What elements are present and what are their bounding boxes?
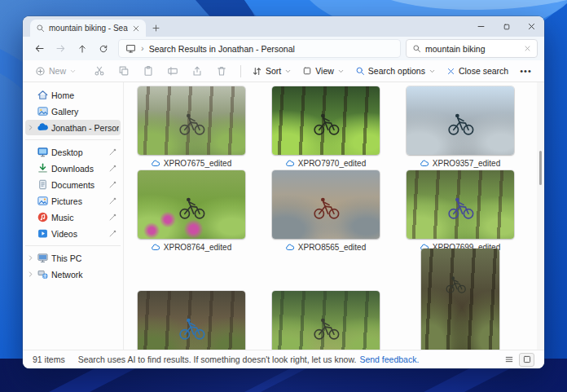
file-thumbnail — [138, 291, 245, 350]
command-toolbar: New Sort View Search options Close searc… — [23, 60, 544, 82]
scrollbar-track[interactable] — [537, 82, 544, 350]
details-view-icon — [504, 355, 514, 364]
file-tile[interactable] — [258, 291, 393, 350]
cloud-sync-icon — [285, 243, 295, 253]
chevron-down-icon — [337, 68, 345, 75]
new-label: New — [49, 66, 66, 76]
navigation-pane: HomeGalleryJonathan - PersonalDesktopDow… — [23, 82, 123, 350]
search-box[interactable] — [406, 39, 538, 58]
sidebar-item-pictures[interactable]: Pictures — [25, 193, 121, 209]
sidebar-item-label: Home — [51, 90, 119, 100]
paste-icon — [143, 65, 154, 77]
maximize-button[interactable] — [494, 16, 519, 37]
search-icon — [412, 44, 421, 53]
close-search-button[interactable]: Close search — [442, 63, 512, 79]
monitor-icon — [125, 43, 136, 54]
scrollbar-thumb[interactable] — [539, 151, 542, 185]
pin-icon — [108, 148, 117, 156]
sort-button[interactable]: Sort — [248, 63, 296, 79]
more-options-button[interactable]: ••• — [515, 63, 537, 79]
tab-close-icon[interactable] — [132, 24, 140, 33]
send-feedback-link[interactable]: Send feedback. — [359, 355, 419, 364]
close-icon — [527, 22, 536, 31]
file-tile[interactable]: XPRO8565_edited — [258, 170, 393, 253]
file-thumbnail — [272, 170, 380, 239]
back-button[interactable] — [29, 40, 50, 58]
sidebar-separator — [25, 245, 121, 246]
file-tile[interactable]: XPRO9357_edited — [393, 86, 527, 169]
file-thumbnail — [407, 170, 514, 239]
cut-button[interactable] — [90, 63, 109, 79]
close-button[interactable] — [519, 16, 544, 37]
ai-search-message: Search uses AI to find results. If somet… — [78, 355, 357, 364]
file-thumbnail — [272, 86, 380, 155]
sidebar-item-network[interactable]: Network — [25, 266, 121, 282]
sidebar-item-label: Gallery — [51, 107, 119, 117]
sort-label: Sort — [266, 66, 281, 76]
sidebar-item-desktop[interactable]: Desktop — [25, 144, 121, 160]
status-bar: 91 items Search uses AI to find results.… — [23, 350, 544, 368]
file-thumbnail — [407, 86, 514, 155]
tab-bar: mountain biking - Search Res — [23, 16, 544, 37]
breadcrumb: Search Results in Jonathan - Personal — [149, 44, 295, 54]
sidebar-item-music[interactable]: Music — [25, 209, 121, 225]
rename-button[interactable] — [163, 63, 182, 79]
tree-trunks-texture — [421, 249, 499, 350]
sidebar-item-documents[interactable]: Documents — [25, 177, 121, 192]
chevron-right-icon[interactable] — [27, 254, 34, 262]
delete-button[interactable] — [212, 63, 231, 79]
new-button[interactable]: New — [31, 63, 81, 79]
sidebar-separator — [25, 139, 121, 140]
address-field[interactable]: › Search Results in Jonathan - Personal — [118, 39, 401, 58]
videos-icon — [37, 227, 49, 240]
sidebar-item-gallery[interactable]: Gallery — [25, 104, 121, 119]
sidebar-item-downloads[interactable]: Downloads — [25, 161, 121, 176]
preview-button[interactable]: Preview — [539, 63, 544, 79]
grid-row: XPRO8764_editedXPRO8565_editedXPRO7699_e… — [124, 170, 544, 253]
file-tile[interactable]: XPRO7699_edited — [393, 170, 527, 253]
file-name: XPRO8565_edited — [298, 243, 366, 252]
file-tile[interactable]: XPRO7675_edited — [124, 86, 258, 169]
view-button[interactable]: View — [298, 63, 349, 79]
search-options-button[interactable]: Search options — [351, 63, 440, 79]
file-tile[interactable] — [124, 291, 258, 350]
file-tile[interactable]: XPRO7970_edited — [258, 86, 393, 169]
clear-search-icon[interactable] — [524, 45, 531, 52]
refresh-button[interactable] — [93, 40, 113, 58]
file-tile[interactable]: XPRO8764_edited — [124, 170, 258, 253]
file-explorer-window: mountain biking - Search Res › Search Re… — [23, 16, 544, 368]
sidebar-item-label: This PC — [51, 253, 119, 263]
copy-button[interactable] — [114, 63, 134, 79]
file-thumbnail — [272, 291, 380, 350]
new-tab-button[interactable] — [146, 20, 165, 37]
file-label: XPRO7970_edited — [285, 158, 366, 169]
sidebar-item-jonathan-personal[interactable]: Jonathan - Personal — [25, 120, 121, 135]
details-view-button[interactable] — [501, 353, 516, 367]
chevron-right-icon[interactable] — [27, 271, 34, 278]
sidebar-item-videos[interactable]: Videos — [25, 226, 121, 241]
forward-button[interactable] — [51, 40, 71, 58]
file-action-group — [87, 63, 234, 79]
item-count: 91 items — [33, 355, 65, 364]
pin-icon — [108, 213, 117, 222]
network-icon — [37, 268, 49, 280]
file-tile[interactable] — [393, 249, 527, 350]
paste-button[interactable] — [138, 63, 158, 79]
breadcrumb-chevron: › — [141, 44, 144, 53]
sidebar-item-this-pc[interactable]: This PC — [25, 250, 121, 266]
rename-icon — [167, 65, 178, 77]
tab-title: mountain biking - Search Res — [49, 24, 128, 33]
share-button[interactable] — [187, 63, 207, 79]
view-label: View — [315, 66, 334, 76]
chevron-right-icon[interactable] — [27, 124, 34, 131]
thumbnails-view-button[interactable] — [519, 353, 534, 367]
sidebar-item-home[interactable]: Home — [25, 87, 121, 103]
up-button[interactable] — [72, 40, 92, 58]
plus-circle-icon — [35, 66, 46, 77]
sidebar-item-label: Downloads — [51, 164, 106, 174]
search-input[interactable] — [425, 44, 520, 54]
explorer-tab[interactable]: mountain biking - Search Res — [30, 20, 146, 37]
sidebar-item-label: Music — [51, 213, 106, 222]
minimize-button[interactable] — [468, 16, 494, 37]
pin-icon — [108, 196, 117, 205]
